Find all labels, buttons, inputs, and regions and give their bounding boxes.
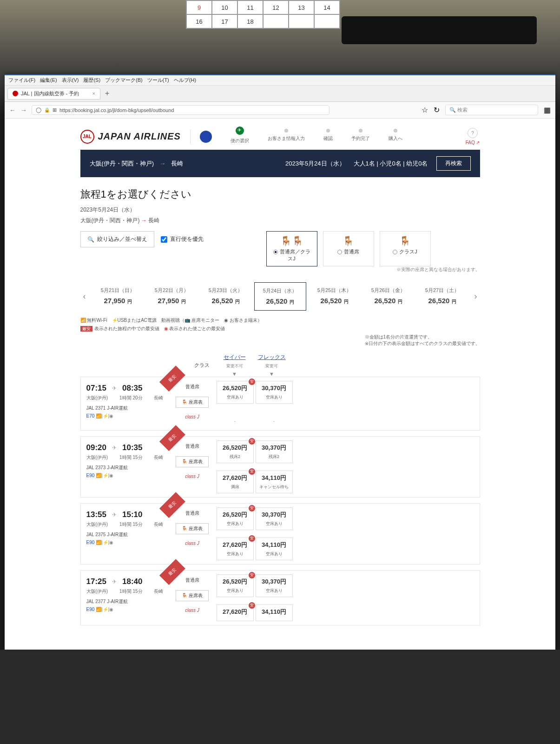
seat-option-2[interactable]: 🪑クラスJ — [380, 231, 431, 266]
route-summary: 大阪(伊丹・関西・神戸) → 長崎 — [80, 217, 480, 225]
research-button[interactable]: 再検索 — [436, 156, 471, 171]
saver-column[interactable]: セイバー変更不可▼ — [216, 353, 253, 377]
fare-cell[interactable]: 安26,520円空席あり — [217, 381, 254, 404]
physical-object — [342, 16, 537, 44]
favicon-icon — [13, 91, 18, 96]
plane-icon: ✈ — [112, 445, 117, 451]
back-button[interactable]: ← — [9, 106, 16, 114]
fare-cell[interactable]: 安27,620円 — [217, 604, 254, 621]
new-tab-button[interactable]: + — [100, 87, 114, 100]
fare-cell[interactable]: 30,370円空席あり — [256, 574, 293, 597]
lock-icon: 🔒 — [44, 107, 50, 113]
economy-label: 普通席 — [185, 384, 199, 390]
seatmap-button[interactable]: 🪑 座席表 — [176, 523, 209, 534]
classj-label: class J — [185, 541, 199, 546]
fare-cell[interactable]: 30,370円残席2 — [256, 440, 293, 463]
url-text: https://booking.jal.co.jp/jl/dom-bkg/ups… — [59, 107, 174, 113]
classj-label: class J — [185, 608, 199, 613]
plane-icon: ✈ — [112, 385, 117, 392]
date-cell[interactable]: 5月21日（日）27,950 円 — [92, 282, 144, 311]
arrow-icon: → — [159, 160, 165, 167]
flight-card: 最安13:55✈15:10大阪(伊丹)1時間 15分長崎JAL 2375 J-A… — [80, 503, 480, 565]
fare-cell[interactable]: 安27,620円満席 — [217, 471, 254, 493]
forward-button[interactable]: → — [20, 106, 27, 114]
fare-cell[interactable]: 34,110円キャンセル待ち — [256, 471, 293, 493]
filter-sort-button[interactable]: 🔍 絞り込み／並べ替え — [80, 231, 154, 247]
dest-label: 長崎 — [171, 159, 183, 168]
menu-t[interactable]: ツール(T) — [147, 77, 169, 83]
amenity-legend: 📶 無料Wi-Fi ⚡USBまたはAC電源 動画視聴（📺 座席モニター ◉ お客… — [80, 317, 480, 324]
date-cell[interactable]: 5月22日（月）27,950 円 — [146, 282, 198, 311]
fare-cell[interactable]: 安26,520円空席あり — [217, 507, 254, 530]
step-3: 予約完了 — [351, 129, 370, 144]
next-dates-button[interactable]: › — [472, 292, 480, 301]
menu-e[interactable]: 編集(E) — [40, 77, 57, 83]
flight-card: 最安09:20✈10:35大阪(伊丹)1時間 15分長崎JAL 2373 J-A… — [80, 436, 480, 498]
jal-logo[interactable]: JAL JAPAN AIRLINES — [80, 130, 181, 144]
page-date: 2023年5月24日（水） — [80, 206, 480, 214]
flex-column[interactable]: フレックス変更可▼ — [253, 353, 290, 377]
date-cell[interactable]: 5月25日（木）26,520 円 — [309, 282, 360, 311]
fare-cell[interactable]: 34,110円 — [256, 604, 293, 621]
fare-cell[interactable]: 30,370円空席あり — [256, 381, 293, 404]
plane-icon: ✈ — [112, 512, 117, 518]
progress-steps: 便の選択お客さま情報入力確認予約完了購入へ — [231, 129, 402, 144]
search-input[interactable]: 🔍 検索 — [445, 105, 538, 115]
menu-b[interactable]: ブックマーク(B) — [105, 77, 143, 83]
step-2: 確認 — [323, 129, 333, 144]
fare-cell[interactable]: 34,110円空席あり — [256, 538, 293, 560]
shield-icon: ◯ — [36, 107, 41, 113]
date-cell[interactable]: 5月24日（水）26,520 円 — [254, 282, 306, 311]
seatmap-button[interactable]: 🪑 座席表 — [176, 397, 209, 408]
url-field[interactable]: ◯ 🔒 ⊞ https://booking.jal.co.jp/jl/dom-b… — [32, 105, 329, 115]
fare-column-header: クラス セイバー変更不可▼ フレックス変更可▼ — [80, 353, 480, 377]
price-legend: 最安表示された旅程の中での最安値 ◉ 表示された便ごとの最安値 — [80, 326, 480, 332]
seat-note: ※実際の座席と異なる場合があります。 — [266, 266, 480, 273]
question-icon: ? — [468, 128, 478, 138]
seatmap-button[interactable]: 🪑 座席表 — [176, 590, 209, 601]
step-1: お客さま情報入力 — [268, 129, 305, 144]
seat-class-filter: 🪑🪑普通席／クラスJ🪑普通席🪑クラスJ — [266, 231, 480, 266]
step-0: 便の選択 — [231, 129, 249, 144]
flight-card: 最安17:25✈18:40大阪(伊丹)1時間 15分長崎JAL 2377 J-A… — [80, 570, 480, 625]
browser-tab[interactable]: JAL | 国内線航空券 - 予約 × — [7, 88, 100, 100]
economy-label: 普通席 — [185, 510, 199, 517]
classj-label: class J — [185, 474, 199, 479]
date-label: 2023年5月24日（水） — [285, 159, 345, 168]
economy-label: 普通席 — [185, 577, 199, 584]
browser-menubar[interactable]: ファイル(F)編集(E)表示(V)履歴(S)ブックマーク(B)ツール(T)ヘルプ… — [5, 75, 555, 86]
extension-icon[interactable]: ▦ — [544, 106, 551, 114]
fare-cell[interactable]: 30,370円空席あり — [256, 507, 293, 530]
date-cell[interactable]: 5月27日（土）26,520 円 — [417, 282, 468, 311]
search-summary-bar: 大阪(伊丹・関西・神戸) → 長崎 2023年5月24日（水） 大人1名 | 小… — [80, 150, 480, 177]
economy-label: 普通席 — [185, 443, 199, 450]
menu-s[interactable]: 履歴(S) — [83, 77, 100, 83]
origin-label: 大阪(伊丹・関西・神戸) — [90, 159, 154, 168]
browser-window: ファイル(F)編集(E)表示(V)履歴(S)ブックマーク(B)ツール(T)ヘルプ… — [5, 74, 555, 650]
prev-dates-button[interactable]: ‹ — [80, 292, 89, 301]
flight-card: 最安07:15✈08:35大阪(伊丹)1時間 20分長崎JAL 2371 J-A… — [80, 377, 480, 431]
step-4: 購入へ — [389, 129, 402, 144]
classj-label: class J — [185, 414, 199, 419]
tab-title: JAL | 国内線航空券 - 予約 — [21, 90, 79, 97]
page-title: 旅程1をお選びください — [80, 187, 480, 201]
settings-icon: ⊞ — [53, 107, 57, 113]
bookmark-icon[interactable]: ☆ — [422, 106, 428, 114]
fare-cell[interactable]: 安26,520円空席あり — [217, 574, 254, 597]
fare-cell[interactable]: 安26,520円残席2 — [217, 440, 254, 463]
close-tab-icon[interactable]: × — [92, 91, 95, 96]
fare-cell[interactable]: 安27,620円空席あり — [217, 538, 254, 560]
menu-h[interactable]: ヘルプ(H) — [174, 77, 196, 83]
seat-option-0[interactable]: 🪑🪑普通席／クラスJ — [266, 231, 317, 266]
menu-f[interactable]: ファイル(F) — [8, 77, 35, 83]
tab-bar: JAL | 国内線航空券 - 予約 × + — [5, 86, 555, 102]
date-cell[interactable]: 5月26日（金）26,520 円 — [363, 282, 414, 311]
seat-option-1[interactable]: 🪑普通席 — [323, 231, 374, 266]
direct-flight-checkbox[interactable]: 直行便を優先 — [161, 235, 204, 243]
reload-icon[interactable]: ↻ — [434, 106, 440, 114]
seatmap-button[interactable]: 🪑 座席表 — [176, 456, 209, 467]
faq-link[interactable]: ? FAQ ↗ — [466, 128, 480, 145]
url-bar: ← → ◯ 🔒 ⊞ https://booking.jal.co.jp/jl/d… — [5, 102, 555, 119]
date-cell[interactable]: 5月23日（火）26,520 円 — [200, 282, 251, 311]
menu-v[interactable]: 表示(V) — [62, 77, 79, 83]
